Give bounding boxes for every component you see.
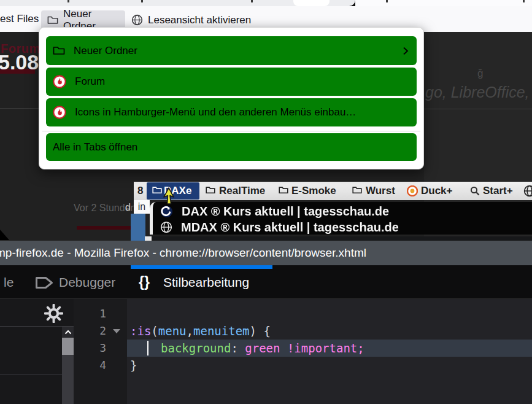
blue-page-fragment bbox=[131, 214, 145, 241]
folder-icon bbox=[352, 186, 362, 194]
cut-text-mark bbox=[523, 0, 525, 2]
embedded-dropdown-label: MDAX ® Kurs aktuell | tagesschau.de bbox=[181, 220, 399, 235]
embedded-bookmark-wurst: Wurst bbox=[366, 182, 395, 200]
code-token: ( bbox=[151, 324, 158, 338]
red-headline-bar bbox=[77, 226, 135, 230]
divider bbox=[0, 375, 62, 375]
cut-text-mark bbox=[141, 0, 143, 2]
embedded-bookmark-start: Start+ bbox=[483, 182, 513, 200]
scrollbar-up-button[interactable] bbox=[62, 327, 74, 338]
embedded-screenshot: 8 DAXe RealTime E-Smoke Wurst Duck+ Star… bbox=[131, 182, 532, 241]
bookmarks-dropdown-menu: Neuer Ordner Forum Icons in Hamburger-Me… bbox=[39, 27, 424, 169]
code-line-3[interactable]: background: green !important; bbox=[127, 340, 364, 357]
menu-item-open-all-tabs[interactable]: Alle in Tabs öffnen bbox=[46, 133, 417, 161]
stylesheet-list-panel bbox=[0, 299, 74, 404]
code-token: background bbox=[161, 341, 231, 355]
tab-console-partial[interactable]: le bbox=[4, 265, 13, 299]
menu-item-label: Icons in Hamburger-Menü und den anderen … bbox=[75, 106, 356, 118]
white-fragment bbox=[145, 236, 152, 241]
flame-icon bbox=[53, 106, 66, 119]
embedded-bookmarks-toolbar: 8 DAXe RealTime E-Smoke Wurst Duck+ Star… bbox=[134, 182, 532, 200]
embedded-dropdown: DAX ® Kurs aktuell | tagesschau.de MDAX … bbox=[150, 202, 532, 235]
divider bbox=[424, 109, 532, 109]
faint-glyph: ğ bbox=[477, 68, 483, 80]
flame-icon bbox=[53, 75, 66, 88]
chevron-up-icon bbox=[64, 330, 72, 335]
divider bbox=[0, 108, 39, 109]
screenshot-root: est Files Neuer Ordner Leseansicht aktiv… bbox=[0, 0, 532, 404]
embedded-partial-char: 8 bbox=[137, 182, 143, 200]
debugger-icon bbox=[35, 276, 53, 289]
code-token: menuitem bbox=[193, 324, 250, 338]
scrollbar-thumb[interactable] bbox=[62, 338, 74, 355]
code-token: :is bbox=[130, 324, 151, 338]
chevron-right-icon bbox=[402, 45, 409, 56]
folder-icon bbox=[47, 15, 58, 25]
code-line-2[interactable]: :is(menu,menuitem) { bbox=[127, 322, 271, 340]
fold-arrow-icon[interactable] bbox=[113, 329, 120, 333]
devtools-tabbar: le Debugger {} Stilbearbeitung bbox=[0, 265, 532, 299]
embedded-bookmark-esmoke: E-Smoke bbox=[291, 182, 336, 200]
active-tab-bottom[interactable] bbox=[293, 0, 330, 6]
reader-mode-label: Leseansicht aktivieren bbox=[148, 14, 251, 26]
globe-icon bbox=[160, 221, 172, 233]
scrollbar-track[interactable] bbox=[62, 327, 74, 404]
menu-item-icons-hamburger[interactable]: Icons in Hamburger-Menü und den anderen … bbox=[46, 98, 417, 126]
gear-icon[interactable] bbox=[44, 304, 63, 323]
style-editor-body: 1 2 3 4 :is(menu,menuitem) { background:… bbox=[0, 299, 532, 404]
background-italic-text: go, LibreOffice, Wo bbox=[425, 84, 532, 101]
text-caret bbox=[147, 341, 148, 355]
menu-item-label: Forum bbox=[75, 76, 105, 88]
magnifier-icon bbox=[470, 186, 480, 196]
code-token: { bbox=[256, 324, 271, 338]
folder-icon bbox=[152, 186, 162, 194]
bookmark-item-files[interactable]: est Files bbox=[0, 6, 39, 32]
braces-icon: {} bbox=[139, 265, 150, 299]
black-corner-pointer bbox=[0, 230, 9, 240]
code-token: , bbox=[187, 324, 193, 338]
cut-text-mark bbox=[251, 0, 253, 2]
window-title: mp-firefox.de - Mozilla Firefox - chrome… bbox=[0, 241, 366, 265]
menu-item-forum[interactable]: Forum bbox=[46, 68, 417, 96]
window-titlebar: mp-firefox.de - Mozilla Firefox - chrome… bbox=[0, 241, 532, 265]
code-token: green bbox=[238, 341, 280, 355]
embedded-bookmark-duck: Duck+ bbox=[421, 182, 453, 200]
embedded-dropdown-label: DAX ® Kurs aktuell | tagesschau.de bbox=[182, 204, 389, 219]
line-number: 3 bbox=[74, 340, 106, 357]
menu-item-label: Neuer Ordner bbox=[74, 45, 137, 57]
code-line-4[interactable]: } bbox=[127, 357, 137, 374]
embedded-dropdown-row: DAX ® Kurs aktuell | tagesschau.de bbox=[153, 203, 389, 219]
folder-icon bbox=[206, 186, 215, 194]
duck-icon bbox=[407, 185, 418, 196]
globe-icon bbox=[131, 14, 143, 26]
cut-text-mark bbox=[386, 0, 388, 2]
embedded-dropdown-row: MDAX ® Kurs aktuell | tagesschau.de bbox=[153, 219, 399, 235]
cut-text-mark bbox=[67, 0, 69, 2]
folder-icon bbox=[53, 45, 65, 56]
background-date-text: 5.08. bbox=[0, 50, 45, 74]
line-number: 1 bbox=[74, 305, 106, 322]
folder-icon bbox=[279, 186, 288, 194]
partial-text-box: in bbox=[134, 200, 150, 214]
embedded-bookmark-realtime: RealTime bbox=[219, 182, 265, 200]
line-number: 4 bbox=[74, 357, 106, 374]
line-number: 2 bbox=[74, 322, 106, 340]
menu-item-label: Alle in Tabs öffnen bbox=[53, 141, 137, 153]
menu-separator bbox=[42, 131, 420, 131]
window-tab-strip-right bbox=[355, 0, 532, 6]
mouse-cursor-icon bbox=[161, 187, 176, 208]
tab-debugger[interactable]: Debugger bbox=[59, 265, 115, 299]
dark-fragment bbox=[152, 236, 532, 241]
code-token: ) bbox=[250, 324, 256, 338]
menu-item-new-folder[interactable]: Neuer Ordner bbox=[46, 36, 417, 65]
tab-styleeditor[interactable]: Stilbearbeitung bbox=[163, 265, 249, 299]
code-token: !important; bbox=[280, 341, 364, 355]
code-token: menu bbox=[158, 324, 187, 338]
globe-icon bbox=[523, 185, 532, 197]
code-token: : bbox=[231, 341, 237, 355]
partial-letter: d bbox=[125, 202, 131, 213]
